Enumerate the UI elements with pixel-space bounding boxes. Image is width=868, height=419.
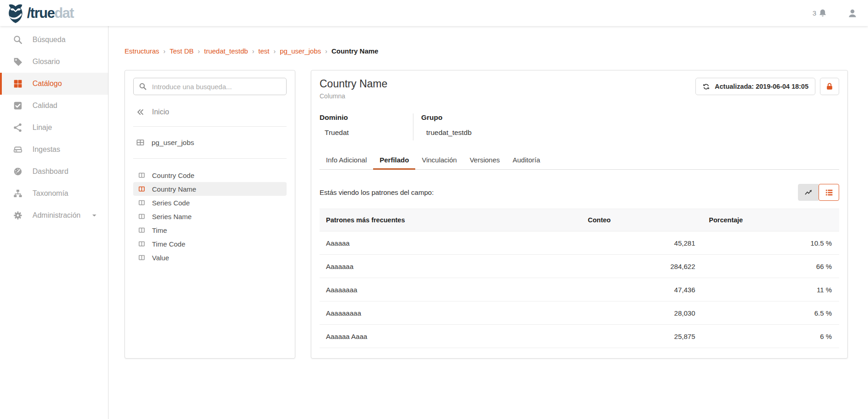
column-item-country-code[interactable]: Country Code [133,168,287,182]
sidebar-item-dashboard[interactable]: Dashboard [0,161,108,183]
detail-tabs: Info Adicional Perfilado Vinculación Ver… [320,152,839,170]
line-chart-icon [804,188,813,197]
breadcrumb-link-pg-user-jobs[interactable]: pg_user_jobs [280,47,321,55]
metadata-fields: Dominio Truedat Grupo truedat_testdb [320,113,839,140]
user-menu-button[interactable] [847,8,858,19]
column-item-time-code[interactable]: Time Code [133,237,287,251]
breadcrumb: Estructuras › Test DB › truedat_testdb ›… [125,47,848,55]
column-icon [138,240,146,248]
gear-icon [13,210,23,220]
sidebar-item-label: Glosario [33,58,60,66]
column-detail-panel: Country Name Columna Actualizada: 2019-0… [311,70,848,359]
truedat-logo[interactable]: /truedat [6,3,74,23]
tab-vinculacion[interactable]: Vinculación [415,152,463,170]
updated-label: Actualizada: 2019-06-04 18:05 [715,83,808,90]
pattern-cell: Aaaaaa Aaaa [320,325,581,348]
column-icon [138,185,146,193]
sidebar-item-calidad[interactable]: Calidad [0,95,108,117]
column-item-country-name[interactable]: Country Name [133,182,287,196]
refresh-updated-button[interactable]: Actualizada: 2019-06-04 18:05 [695,78,815,95]
column-label: Series Code [152,199,190,207]
lock-button[interactable] [820,78,839,95]
bell-icon [818,8,828,18]
sidebar-item-ingestas[interactable]: Ingestas [0,139,108,161]
breadcrumb-separator: › [252,48,255,55]
check-square-icon [13,101,23,111]
table-item-pg-user-jobs[interactable]: pg_user_jobs [133,136,287,149]
share-icon [13,123,23,133]
search-icon [13,35,23,45]
column-label: Country Name [152,185,196,193]
tab-auditoria[interactable]: Auditoría [506,152,547,170]
column-item-series-name[interactable]: Series Name [133,210,287,223]
domain-field: Dominio Truedat [320,113,413,140]
structure-search [133,78,287,95]
logo-wordmark: /truedat [27,5,74,21]
sidebar-item-label: Calidad [33,102,57,110]
sitemap-icon [13,188,23,199]
drive-icon [13,145,23,155]
sidebar-item-label: Catálogo [33,80,62,88]
page-title: Country Name [320,78,387,90]
view-toggle [798,184,839,201]
percent-cell: 10.5 % [702,231,839,255]
breadcrumb-separator: › [273,48,276,55]
count-cell: 28,030 [581,301,702,325]
column-icon [138,226,146,234]
percent-cell: 6 % [702,325,839,348]
tab-info-adicional[interactable]: Info Adicional [320,152,373,170]
tag-icon [13,57,23,67]
notification-count: 3 [813,9,816,17]
table-row: Aaaaaaa 284,622 66 % [320,255,839,278]
breadcrumb-separator: › [163,48,166,55]
sidebar-item-administracion[interactable]: Administración [0,204,108,226]
table-row: Aaaaaa 45,281 10.5 % [320,231,839,255]
patterns-caption: Estás viendo los patrones del campo: [320,188,434,196]
count-cell: 284,622 [581,255,702,278]
breadcrumb-separator: › [325,48,327,55]
sidebar-item-busqueda[interactable]: Búsqueda [0,29,108,51]
percent-cell: 6.5 % [702,301,839,325]
pattern-cell: Aaaaaaaa [320,278,581,301]
group-field: Grupo truedat_testdb [413,113,472,140]
notifications-button[interactable]: 3 [813,8,828,18]
percent-cell: 66 % [702,255,839,278]
breadcrumb-link-test[interactable]: test [258,47,269,55]
column-header-patterns: Patrones más frecuentes [320,209,581,231]
column-list: Country Code Country Name Series Code Se… [133,168,287,264]
sidebar-item-linaje[interactable]: Linaje [0,117,108,139]
column-item-series-code[interactable]: Series Code [133,196,287,210]
tab-perfilado[interactable]: Perfilado [373,152,415,170]
group-value: truedat_testdb [421,129,472,137]
back-to-home-link[interactable]: Inicio [133,107,287,117]
breadcrumb-link-testdb[interactable]: Test DB [170,47,194,55]
main-content: Estructuras › Test DB › truedat_testdb ›… [108,26,868,419]
table-icon [136,138,145,147]
tab-versiones[interactable]: Versiones [463,152,506,170]
sidebar-item-glosario[interactable]: Glosario [0,51,108,73]
column-item-time[interactable]: Time [133,223,287,237]
breadcrumb-link-estructuras[interactable]: Estructuras [125,47,159,55]
sidebar-item-label: Linaje [33,124,52,132]
column-item-value[interactable]: Value [133,251,287,264]
search-input[interactable] [133,78,287,95]
pattern-cell: Aaaaaa [320,231,581,255]
list-view-button[interactable] [819,184,839,201]
sidebar-item-taxonomia[interactable]: Taxonomía [0,183,108,204]
pattern-cell: Aaaaaaaaa [320,301,581,325]
page-subtitle: Columna [320,92,387,100]
sidebar-item-catalogo[interactable]: Catálogo [0,73,108,95]
table-header-row: Patrones más frecuentes Conteo Porcentaj… [320,209,839,231]
sidebar-item-label: Ingestas [33,145,60,154]
column-icon [138,254,146,262]
group-label: Grupo [421,113,472,122]
column-label: Country Code [152,172,195,179]
domain-label: Dominio [320,113,413,122]
column-icon [138,172,146,179]
breadcrumb-link-truedat-testdb[interactable]: truedat_testdb [204,47,248,55]
column-label: Value [152,254,169,262]
divider [133,158,287,159]
home-label: Inicio [152,108,169,116]
domain-value: Truedat [320,129,413,137]
chart-view-button[interactable] [798,184,819,201]
